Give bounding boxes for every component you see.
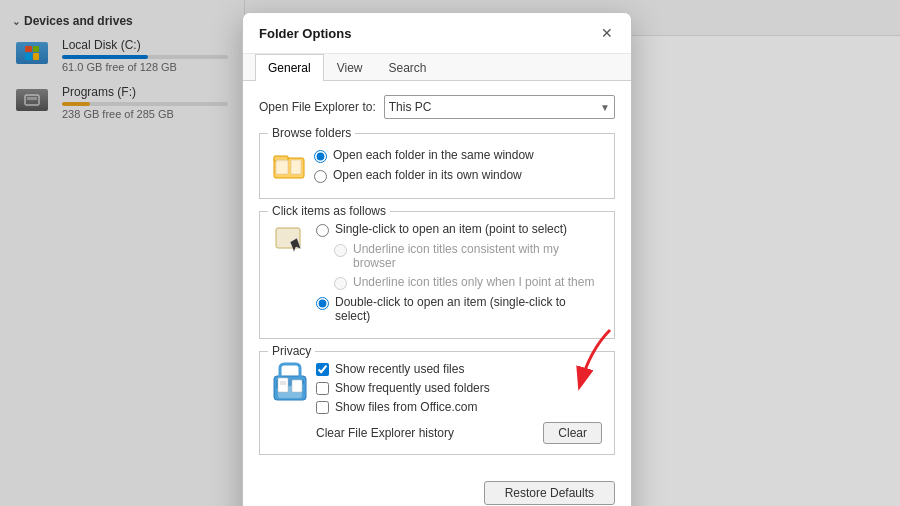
tab-search[interactable]: Search xyxy=(376,54,440,81)
click-items-icon xyxy=(272,224,308,260)
browse-same-window-radio[interactable] xyxy=(314,150,327,163)
double-click-row: Double-click to open an item (single-cli… xyxy=(316,295,602,323)
click-items-title: Click items as follows xyxy=(268,204,390,218)
dialog-content: Open File Explorer to: This PC ▼ Browse … xyxy=(243,81,631,481)
privacy-section: Privacy xyxy=(259,351,615,455)
dialog-close-button[interactable]: ✕ xyxy=(595,21,619,45)
double-click-radio[interactable] xyxy=(316,297,329,310)
privacy-inner: Show recently used files Show frequently… xyxy=(272,362,602,444)
privacy-title: Privacy xyxy=(268,344,315,358)
browse-folders-title: Browse folders xyxy=(268,126,355,140)
show-office-files-checkbox[interactable] xyxy=(316,401,329,414)
privacy-icon xyxy=(272,362,308,402)
open-explorer-label: Open File Explorer to: xyxy=(259,100,376,114)
underline-point-radio[interactable] xyxy=(334,277,347,290)
browse-folders-icon xyxy=(272,150,306,184)
open-explorer-row: Open File Explorer to: This PC ▼ xyxy=(259,95,615,119)
svg-rect-14 xyxy=(292,380,302,392)
single-click-label[interactable]: Single-click to open an item (point to s… xyxy=(335,222,567,236)
show-frequent-folders-row: Show frequently used folders xyxy=(316,381,602,395)
underline-point-label: Underline icon titles only when I point … xyxy=(353,275,594,289)
show-frequent-folders-checkbox[interactable] xyxy=(316,382,329,395)
underline-browser-radio[interactable] xyxy=(334,244,347,257)
show-office-files-label[interactable]: Show files from Office.com xyxy=(335,400,478,414)
show-office-files-row: Show files from Office.com xyxy=(316,400,602,414)
click-items-inner: Single-click to open an item (point to s… xyxy=(272,222,602,328)
open-explorer-dropdown[interactable]: This PC ▼ xyxy=(384,95,615,119)
single-click-row: Single-click to open an item (point to s… xyxy=(316,222,602,237)
show-recent-files-row: Show recently used files xyxy=(316,362,602,376)
svg-rect-7 xyxy=(276,160,288,174)
open-explorer-value: This PC xyxy=(389,100,432,114)
dialog-titlebar: Folder Options ✕ xyxy=(243,13,631,54)
underline-point-row: Underline icon titles only when I point … xyxy=(316,275,602,290)
show-recent-files-label[interactable]: Show recently used files xyxy=(335,362,464,376)
double-click-label[interactable]: Double-click to open an item (single-cli… xyxy=(335,295,602,323)
click-items-radios: Single-click to open an item (point to s… xyxy=(316,222,602,328)
browse-own-window-label[interactable]: Open each folder in its own window xyxy=(333,168,522,182)
clear-history-label: Clear File Explorer history xyxy=(316,426,454,440)
tab-view[interactable]: View xyxy=(324,54,376,81)
browse-own-window-row: Open each folder in its own window xyxy=(314,168,534,183)
browse-same-window-row: Open each folder in the same window xyxy=(314,148,534,163)
show-recent-files-checkbox[interactable] xyxy=(316,363,329,376)
browse-own-window-radio[interactable] xyxy=(314,170,327,183)
privacy-checkboxes: Show recently used files Show frequently… xyxy=(316,362,602,444)
underline-browser-row: Underline icon titles consistent with my… xyxy=(316,242,602,270)
clear-history-row: Clear File Explorer history Clear xyxy=(316,422,602,444)
browse-same-window-label[interactable]: Open each folder in the same window xyxy=(333,148,534,162)
dialog-title: Folder Options xyxy=(259,26,351,41)
dropdown-arrow-icon: ▼ xyxy=(600,102,610,113)
browse-folders-radios: Open each folder in the same window Open… xyxy=(314,148,534,188)
restore-defaults-button[interactable]: Restore Defaults xyxy=(484,481,615,505)
underline-browser-label: Underline icon titles consistent with my… xyxy=(353,242,602,270)
svg-rect-13 xyxy=(278,378,288,392)
browse-folders-section: Browse folders xyxy=(259,133,615,199)
svg-rect-8 xyxy=(291,160,301,174)
browse-folders-content: Open each folder in the same window Open… xyxy=(272,148,602,188)
folder-options-dialog: Folder Options ✕ General View Search Ope… xyxy=(242,12,632,506)
tab-general[interactable]: General xyxy=(255,54,324,81)
click-items-section: Click items as follows Single-click to o… xyxy=(259,211,615,339)
single-click-radio[interactable] xyxy=(316,224,329,237)
clear-button[interactable]: Clear xyxy=(543,422,602,444)
restore-defaults-row: Restore Defaults xyxy=(243,481,631,506)
show-frequent-folders-label[interactable]: Show frequently used folders xyxy=(335,381,490,395)
dialog-tabs: General View Search xyxy=(243,54,631,81)
